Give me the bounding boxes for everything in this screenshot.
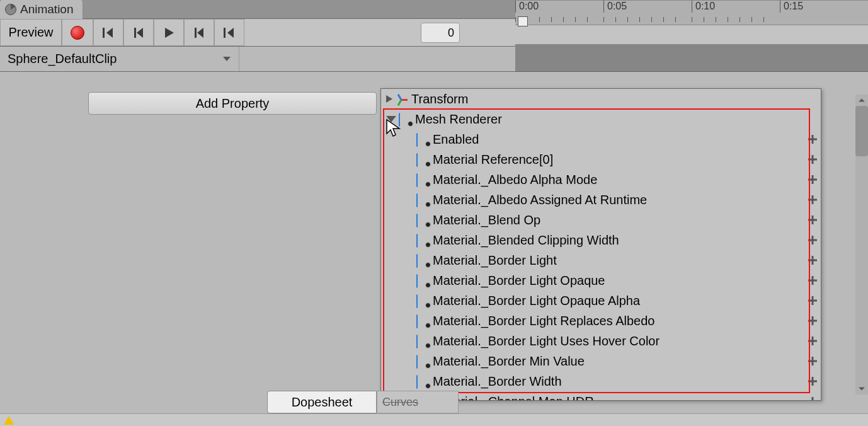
property-item-label: Material._Border Light Uses Hover Color — [433, 334, 807, 348]
property-item[interactable]: Material._Albedo Alpha Mode — [381, 170, 821, 190]
property-item[interactable]: Enabled — [381, 129, 821, 149]
property-item-label: Material._Border Light Opaque — [433, 273, 807, 288]
dropdown-icon — [222, 56, 231, 62]
property-item-label: Material._Albedo Alpha Mode — [433, 173, 807, 187]
add-property-plus-button[interactable] — [807, 214, 818, 226]
animation-tab-icon — [5, 4, 16, 15]
next-key-icon — [193, 26, 205, 39]
mesh-property-icon — [416, 355, 429, 367]
add-property-plus-button[interactable] — [807, 335, 818, 347]
dopesheet-tab-button[interactable]: Dopesheet — [267, 391, 377, 413]
current-frame-input[interactable] — [421, 23, 460, 43]
scroll-up-icon[interactable] — [855, 95, 868, 106]
play-icon — [163, 26, 174, 39]
add-property-plus-button[interactable] — [807, 174, 818, 185]
mesh-property-icon — [416, 214, 429, 226]
last-frame-icon — [222, 26, 236, 39]
status-bar — [0, 413, 868, 426]
first-frame-button[interactable] — [93, 19, 123, 46]
scroll-down-icon[interactable] — [855, 383, 868, 394]
time-mark: 0:00 — [519, 1, 539, 11]
add-property-plus-button[interactable] — [807, 315, 818, 326]
add-property-plus-button[interactable] — [807, 295, 818, 306]
property-item-label: Material._Border Light Opaque Alpha — [433, 294, 807, 308]
add-property-popup: Transform Mesh Renderer EnabledMaterial … — [380, 88, 821, 401]
next-key-button[interactable] — [184, 19, 214, 46]
prev-key-icon — [133, 26, 144, 39]
timeline-ruler[interactable]: 0:00 0:05 0:10 0:15 — [515, 0, 868, 25]
property-item-label: Material._Blend Op — [433, 213, 807, 227]
add-property-plus-button[interactable] — [807, 396, 818, 401]
property-item-label: Enabled — [433, 132, 807, 147]
property-item-label: Material._Channel Map HDR — [433, 394, 807, 401]
mesh-property-icon — [416, 315, 429, 326]
clip-dropdown[interactable]: Sphere_DefaultClip — [0, 47, 239, 71]
mesh-property-icon — [416, 255, 429, 266]
mesh-property-icon — [416, 335, 429, 347]
animation-tab-label: Animation — [20, 3, 74, 16]
mesh-property-icon — [416, 376, 429, 387]
property-section-mesh-renderer[interactable]: Mesh Renderer — [381, 109, 821, 129]
add-property-plus-button[interactable] — [807, 134, 818, 145]
property-item-label: Material Reference[0] — [433, 153, 807, 167]
property-item[interactable]: Material._Border Width — [381, 371, 821, 391]
time-mark: 0:15 — [784, 1, 803, 11]
property-item-label: Material._Border Min Value — [433, 354, 807, 369]
mesh-property-icon — [416, 174, 429, 185]
time-mark: 0:05 — [607, 1, 627, 11]
animation-tab[interactable]: Animation — [0, 0, 83, 19]
property-item[interactable]: Material._Border Light Opaque Alpha — [381, 291, 821, 311]
mesh-property-icon — [416, 275, 429, 286]
property-item-label: Material._Blended Clipping Width — [433, 233, 807, 248]
property-item-label: Material._Border Light Replaces Albedo — [433, 314, 807, 328]
property-item-label: Material._Albedo Assigned At Runtime — [433, 193, 807, 207]
property-item[interactable]: Material._Border Light Uses Hover Color — [381, 331, 821, 351]
add-property-button[interactable]: Add Property — [88, 92, 377, 115]
curves-tab-button[interactable]: Curves — [377, 391, 459, 413]
preview-button[interactable]: Preview — [0, 19, 62, 46]
property-item[interactable]: Material._Blend Op — [381, 210, 821, 230]
mesh-renderer-icon — [399, 113, 411, 125]
time-mark: 0:10 — [695, 1, 715, 11]
mesh-property-icon — [416, 295, 429, 306]
add-property-plus-button[interactable] — [807, 154, 818, 165]
mesh-property-icon — [416, 134, 429, 145]
add-property-plus-button[interactable] — [807, 355, 818, 367]
add-property-plus-button[interactable] — [807, 194, 818, 205]
add-property-plus-button[interactable] — [807, 376, 818, 387]
add-property-plus-button[interactable] — [807, 234, 818, 246]
property-item[interactable]: Material._Blended Clipping Width — [381, 230, 821, 250]
timeline-track-area[interactable] — [515, 44, 868, 72]
add-property-plus-button[interactable] — [807, 275, 818, 286]
scroll-thumb[interactable] — [855, 106, 868, 156]
property-item-label: Material._Border Light — [433, 253, 807, 268]
mesh-property-icon — [416, 194, 429, 205]
record-icon — [71, 26, 84, 40]
last-frame-button[interactable] — [214, 19, 244, 46]
property-item[interactable]: Material._Albedo Assigned At Runtime — [381, 190, 821, 210]
timeline-playhead[interactable] — [518, 16, 528, 26]
collapse-icon — [386, 116, 396, 122]
prev-key-button[interactable] — [123, 19, 154, 46]
transform-icon — [395, 93, 408, 105]
warning-icon — [4, 416, 14, 425]
first-frame-icon — [101, 26, 115, 39]
property-item[interactable]: Material._Border Min Value — [381, 351, 821, 371]
clip-name-label: Sphere_DefaultClip — [8, 52, 117, 66]
expand-icon — [386, 95, 392, 103]
mesh-property-icon — [416, 154, 429, 165]
property-item[interactable]: Material._Border Light — [381, 250, 821, 270]
mesh-property-icon — [416, 234, 429, 246]
property-item[interactable]: Material._Border Light Replaces Albedo — [381, 311, 821, 331]
property-item[interactable]: Material Reference[0] — [381, 149, 821, 170]
popup-scrollbar[interactable] — [855, 95, 868, 394]
record-button[interactable] — [62, 19, 93, 46]
property-section-transform[interactable]: Transform — [381, 89, 821, 109]
play-button[interactable] — [154, 19, 184, 46]
add-property-plus-button[interactable] — [807, 255, 818, 266]
property-item-label: Material._Border Width — [433, 374, 807, 389]
property-item[interactable]: Material._Border Light Opaque — [381, 270, 821, 291]
